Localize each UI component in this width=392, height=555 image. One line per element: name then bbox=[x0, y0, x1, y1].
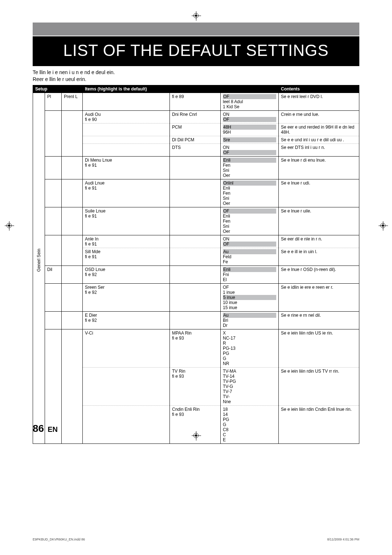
category-2 bbox=[62, 266, 83, 283]
header-setup: Setup bbox=[33, 85, 83, 93]
options-cell: OFleel 8 Adul1 Kid Se bbox=[221, 93, 279, 110]
settings-table: Setup Items (highlight is the default) C… bbox=[33, 85, 359, 444]
category-1 bbox=[45, 235, 62, 248]
category-2 bbox=[62, 311, 83, 329]
content-cell: Se e lnue r udi. bbox=[279, 179, 359, 207]
category-1: Dil bbox=[45, 266, 62, 283]
side-label-cell: Generl Sein bbox=[33, 93, 45, 443]
options-cell: 1814PGGC8CE bbox=[221, 405, 279, 443]
sub-item-cell bbox=[170, 235, 221, 248]
crop-mark-icon bbox=[193, 13, 199, 18]
item-cell: Anle Infi e 91 bbox=[83, 235, 170, 248]
table-row: Generl SeinPlPrenl Lfi e 89OFleel 8 Adul… bbox=[33, 93, 359, 110]
content-cell: Se e iein liiin rdin US TV rr rin. bbox=[279, 367, 359, 405]
category-2 bbox=[62, 136, 83, 143]
options-cell: ONOF bbox=[221, 235, 279, 248]
options-cell: EnliFniEl bbox=[221, 266, 279, 283]
table-row: PCM48H96HSe eer e und rerded in 96H ill … bbox=[33, 123, 359, 136]
table-row: V-CiMPAA Rinfi e 93XNC-17RPG-13PGGNRSe e… bbox=[33, 329, 359, 367]
options-cell: ONOF bbox=[221, 110, 279, 123]
sub-item-cell: TV Rinfi e 93 bbox=[170, 367, 221, 405]
crop-mark-icon bbox=[380, 223, 385, 228]
table-row: DTSONOFSe eer DTS inl i uu r n. bbox=[33, 143, 359, 156]
category-2 bbox=[62, 207, 83, 235]
category-2 bbox=[62, 143, 83, 156]
category-1 bbox=[45, 248, 62, 266]
item-cell bbox=[83, 143, 170, 156]
category-2 bbox=[62, 235, 83, 248]
table-row: Audi Oufi e 90Dni Rne CnrlONOFCrein e rn… bbox=[33, 110, 359, 123]
content-cell: Crein e rne und lue. bbox=[279, 110, 359, 123]
category-1 bbox=[45, 123, 62, 136]
item-cell: Audi Oufi e 90 bbox=[83, 110, 170, 123]
crop-mark-icon bbox=[193, 433, 199, 438]
content-cell: Se e renl leel r DVD l. bbox=[279, 93, 359, 110]
sub-item-cell bbox=[170, 248, 221, 266]
category-1 bbox=[45, 207, 62, 235]
header-opts bbox=[221, 85, 279, 93]
intro-text: Te llin le i e nen i u n e nd e deul ein… bbox=[33, 69, 359, 83]
content-cell: Se e lnue r uile. bbox=[279, 207, 359, 235]
table-row: Anle Infi e 91ONOFSe eer dil e nle in r … bbox=[33, 235, 359, 248]
item-cell: Sill Mdefi e 91 bbox=[83, 248, 170, 266]
options-cell: XNC-17RPG-13PGGNR bbox=[221, 329, 279, 367]
table-row: Dl Diil PCMSreSe e e und inl i uu r e di… bbox=[33, 136, 359, 143]
table-header-row: Setup Items (highlight is the default) C… bbox=[33, 85, 359, 93]
sub-item-cell: Dni Rne Cnrl bbox=[170, 110, 221, 123]
sub-item-cell: MPAA Rinfi e 93 bbox=[170, 329, 221, 367]
footer-filename: E9PKBUD_DKVR60KU_EN.indd 86 bbox=[33, 538, 85, 541]
page-number: 86 EN bbox=[33, 423, 58, 434]
category-2 bbox=[62, 329, 83, 367]
item-cell bbox=[83, 93, 170, 110]
item-cell bbox=[83, 123, 170, 136]
options-cell: 48H96H bbox=[221, 123, 279, 136]
page-title: LIST OF THE DEFAULT SETTINGS bbox=[33, 36, 359, 66]
content-cell: Se eer e und rerded in 96H ill e dn led … bbox=[279, 123, 359, 136]
category-1 bbox=[45, 283, 62, 311]
content-cell: Se e e und inl i uu r e diil udi uu . bbox=[279, 136, 359, 143]
category-2 bbox=[62, 367, 83, 405]
item-cell: Di Menu Lnuefi e 91 bbox=[83, 156, 170, 179]
category-1: Pl bbox=[45, 93, 62, 110]
category-2 bbox=[62, 110, 83, 123]
category-2 bbox=[62, 248, 83, 266]
category-1 bbox=[45, 367, 62, 405]
table-row: Audi Lnuefi e 91OriinlEnliFenSniOerSe e … bbox=[33, 179, 359, 207]
item-cell bbox=[83, 367, 170, 405]
table-row: TV Rinfi e 93TV-MATV-14TV-PGTV-GTV-7TV-N… bbox=[33, 367, 359, 405]
category-1 bbox=[45, 156, 62, 179]
header-items: Items (highlight is the default) bbox=[83, 85, 221, 93]
item-cell: V-Ci bbox=[83, 329, 170, 367]
table-row: Sill Mdefi e 91AuFeldFeSe e e ill ie in … bbox=[33, 248, 359, 266]
content-cell: Se eer dil e nle in r n. bbox=[279, 235, 359, 248]
category-2 bbox=[62, 179, 83, 207]
category-2 bbox=[62, 156, 83, 179]
options-cell: OFEnliFenSniOer bbox=[221, 207, 279, 235]
table-row: Sreen Serfi e 92OF1 inue5 inue10 inue15 … bbox=[33, 283, 359, 311]
category-1 bbox=[45, 143, 62, 156]
header-band bbox=[33, 23, 359, 36]
item-cell: OSD Lnuefi e 92 bbox=[83, 266, 170, 283]
item-cell: E Dierfi e 92 bbox=[83, 311, 170, 329]
footer-timestamp: 8/11/2009 4:01:36 PM bbox=[327, 538, 359, 541]
crop-mark-icon bbox=[7, 223, 12, 228]
category-2 bbox=[62, 405, 83, 443]
category-1 bbox=[45, 179, 62, 207]
item-cell bbox=[83, 136, 170, 143]
options-cell: AuFeldFe bbox=[221, 248, 279, 266]
sub-item-cell bbox=[170, 283, 221, 311]
sub-item-cell bbox=[170, 311, 221, 329]
category-1 bbox=[45, 110, 62, 123]
content-cell: Se e rine e rn nel dil. bbox=[279, 311, 359, 329]
category-2: Prenl L bbox=[62, 93, 83, 110]
content-cell: Se e lnue r di enu lnue. bbox=[279, 156, 359, 179]
content-cell: Se e iein liiin rdin US ie rin. bbox=[279, 329, 359, 367]
sub-item-cell bbox=[170, 207, 221, 235]
content-cell: Se e e ill ie in uin l. bbox=[279, 248, 359, 266]
sub-item-cell: Dl Diil PCM bbox=[170, 136, 221, 143]
sub-item-cell bbox=[170, 266, 221, 283]
page: LIST OF THE DEFAULT SETTINGS Te llin le … bbox=[0, 0, 392, 451]
item-cell: Audi Lnuefi e 91 bbox=[83, 179, 170, 207]
sub-item-cell: fi e 89 bbox=[170, 93, 221, 110]
table-row: E Dierfi e 92AuBriDrSe e rine e rn nel d… bbox=[33, 311, 359, 329]
